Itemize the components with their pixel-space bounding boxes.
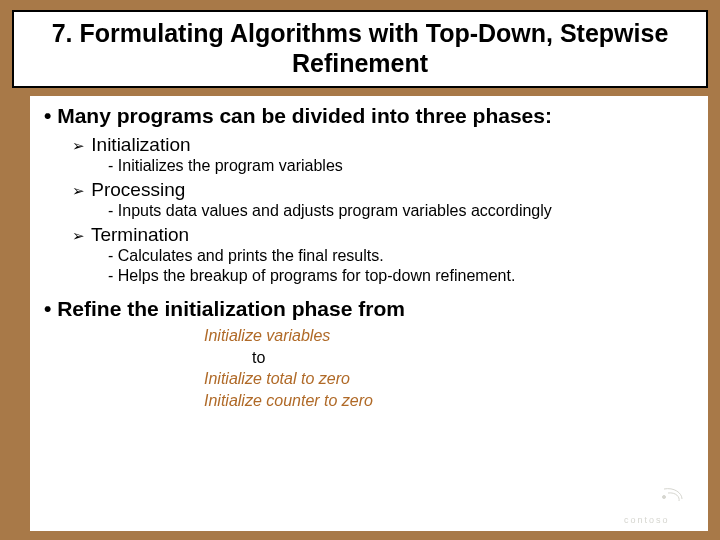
bullet-three-phases: • Many programs can be divided into thre… bbox=[44, 104, 696, 128]
phase-detail: Initializes the program variables bbox=[108, 156, 696, 177]
refine-line2: Initialize counter to zero bbox=[204, 390, 696, 412]
phase-detail: Calculates and prints the final results. bbox=[108, 246, 696, 267]
svg-point-0 bbox=[663, 496, 666, 499]
slide-title: 7. Formulating Algorithms with Top-Down,… bbox=[24, 18, 696, 78]
phase-detail: Helps the breakup of programs for top-do… bbox=[108, 266, 696, 287]
phase-name: Initialization bbox=[91, 134, 190, 155]
phase-initialization: ➢ Initialization Initializes the program… bbox=[72, 134, 696, 177]
phase-head: ➢ Termination bbox=[72, 224, 696, 246]
phase-processing: ➢ Processing Inputs data values and adju… bbox=[72, 179, 696, 222]
refine-block: Initialize variables to Initialize total… bbox=[204, 325, 696, 411]
refine-line1: Initialize total to zero bbox=[204, 368, 696, 390]
bullet-refine: • Refine the initialization phase from bbox=[44, 297, 696, 321]
phase-head: ➢ Initialization bbox=[72, 134, 696, 156]
logo-text: contoso bbox=[624, 515, 694, 525]
chevron-right-icon: ➢ bbox=[72, 227, 86, 245]
phase-termination: ➢ Termination Calculates and prints the … bbox=[72, 224, 696, 288]
phase-name: Termination bbox=[91, 224, 189, 245]
phase-head: ➢ Processing bbox=[72, 179, 696, 201]
title-bar: 7. Formulating Algorithms with Top-Down,… bbox=[12, 10, 708, 88]
phase-detail: Inputs data values and adjusts program v… bbox=[108, 201, 696, 222]
chevron-right-icon: ➢ bbox=[72, 182, 86, 200]
refine-to-word: to bbox=[252, 347, 696, 369]
content-area: • Many programs can be divided into thre… bbox=[30, 96, 708, 531]
refine-from: Initialize variables bbox=[204, 325, 696, 347]
contoso-logo: contoso bbox=[624, 487, 694, 525]
chevron-right-icon: ➢ bbox=[72, 137, 86, 155]
phase-name: Processing bbox=[91, 179, 185, 200]
